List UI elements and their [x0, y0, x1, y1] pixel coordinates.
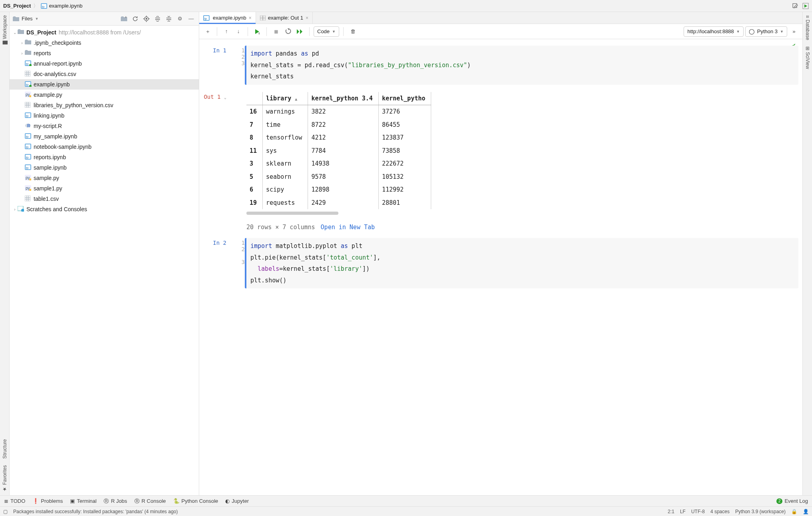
tree-item[interactable]: Rmy-script.R: [10, 121, 199, 131]
close-icon[interactable]: ×: [306, 15, 308, 21]
table-row[interactable]: 3sklearn14938222672: [246, 157, 431, 170]
sidebar-view-selector[interactable]: Files: [22, 16, 32, 22]
locate-button[interactable]: [142, 14, 151, 23]
breadcrumb-project[interactable]: DS_Project: [3, 3, 31, 9]
svg-rect-12: [25, 71, 30, 76]
lock-icon[interactable]: 🔒: [791, 509, 797, 514]
output-cell: Out 1 ⌄ library ▲kernel_python 3.4kernel…: [203, 92, 798, 231]
tree-item[interactable]: ipannual-report.ipynb: [10, 58, 199, 69]
status-message: Packages installed successfully: Install…: [13, 509, 178, 514]
tree-item[interactable]: ipmy_sample.ipynb: [10, 131, 199, 142]
tree-item[interactable]: pysample1.py: [10, 183, 199, 194]
svg-text:ip: ip: [42, 5, 45, 8]
file-encoding[interactable]: UTF-8: [691, 509, 705, 514]
interpreter-setting[interactable]: Python 3.9 (workspace): [735, 509, 786, 514]
code-cell[interactable]: In 1 123 import pandas as pdkernel_stats…: [203, 46, 798, 85]
tree-scratches[interactable]: ›Scratches and Consoles: [10, 204, 199, 214]
tree-item[interactable]: ipsample.ipynb: [10, 162, 199, 173]
tool-tab-structure[interactable]: Structure: [2, 439, 8, 459]
notebook-view[interactable]: ✔ In 1 123 import pandas as pdkernel_sta…: [199, 39, 802, 495]
tool-tab-database[interactable]: ≡Database: [805, 15, 810, 40]
delete-cell-button[interactable]: 🗑: [348, 26, 358, 37]
chevron-down-icon[interactable]: ▼: [35, 17, 38, 21]
run-target-icon[interactable]: [802, 3, 809, 9]
horizontal-scrollbar[interactable]: [246, 212, 338, 215]
table-row[interactable]: 19requests242928801: [246, 196, 431, 210]
interrupt-button[interactable]: ◼: [271, 26, 281, 37]
tree-item[interactable]: table1.csv: [10, 194, 199, 204]
move-up-button[interactable]: ↑: [221, 26, 232, 37]
cell-prompt-out: Out 1 ⌄: [203, 92, 230, 231]
run-all-button[interactable]: [295, 26, 305, 37]
tool-tab-jupyter[interactable]: ◐Jupyter: [225, 498, 249, 504]
table-row[interactable]: 6scipy12898112992: [246, 183, 431, 196]
kernel-select[interactable]: ◯Python 3▼: [745, 26, 787, 37]
tree-item[interactable]: ipexample.ipynb: [10, 79, 199, 90]
tool-tab-favorites[interactable]: ★Favorites: [2, 465, 8, 492]
tree-item[interactable]: ›reports: [10, 48, 199, 58]
svg-text:ip: ip: [26, 114, 29, 118]
code-editor[interactable]: import pandas as pdkernel_stats = pd.rea…: [245, 46, 798, 85]
tree-root[interactable]: ⌄DS_Projecthttp://localhost:8888 from /U…: [10, 27, 199, 38]
breadcrumb-file[interactable]: example.ipynb: [49, 3, 82, 9]
editor-tab[interactable]: example: Out 1×: [256, 12, 313, 24]
code-cell[interactable]: In 2 12 3 import matplotlib.pyplot as pl…: [203, 238, 798, 288]
tool-tab-rjobs[interactable]: ⓇR Jobs: [104, 498, 127, 505]
tree-item[interactable]: pyexample.py: [10, 90, 199, 100]
tree-item[interactable]: ipnotebook-sample.ipynb: [10, 142, 199, 152]
tree-item[interactable]: ›.ipynb_checkpoints: [10, 38, 199, 48]
event-log-button[interactable]: 2Event Log: [776, 498, 808, 504]
svg-text:ip: ip: [26, 135, 29, 138]
ide-settings-icon[interactable]: 👤: [803, 509, 809, 514]
tool-tab-todo[interactable]: ≣TODO: [4, 498, 25, 504]
expand-arrow-icon[interactable]: ›: [19, 41, 25, 45]
tool-tab-problems[interactable]: ❗Problems: [32, 498, 63, 504]
column-header[interactable]: kernel_pytho: [378, 92, 431, 105]
close-icon[interactable]: ×: [249, 15, 252, 21]
tree-item[interactable]: ipreports.ipynb: [10, 152, 199, 162]
tree-item[interactable]: iplinking.ipynb: [10, 110, 199, 121]
tree-item[interactable]: pysample.py: [10, 173, 199, 183]
settings-button[interactable]: ⚙: [176, 14, 184, 23]
column-header[interactable]: kernel_python 3.4: [308, 92, 379, 105]
edit-icon[interactable]: [792, 3, 798, 9]
indent-setting[interactable]: 4 spaces: [710, 509, 730, 514]
dataframe-table[interactable]: library ▲kernel_python 3.4kernel_pytho16…: [246, 92, 431, 210]
table-row[interactable]: 8tensorflow4212123837: [246, 131, 431, 144]
line-separator[interactable]: LF: [680, 509, 686, 514]
tool-tab-sciview[interactable]: ⊞SciView: [805, 46, 810, 69]
new-folder-button[interactable]: +: [120, 14, 128, 23]
column-header[interactable]: library ▲: [263, 92, 308, 105]
cell-type-select[interactable]: Code▼: [314, 26, 339, 37]
more-button[interactable]: »: [789, 26, 799, 37]
tool-tab-terminal[interactable]: ▣Terminal: [70, 498, 96, 504]
tool-tab-workspace[interactable]: ▇Workspace: [2, 15, 8, 44]
column-header[interactable]: [246, 92, 263, 105]
tool-tab-python-console[interactable]: 🐍Python Console: [173, 498, 218, 504]
expand-arrow-icon[interactable]: ›: [19, 51, 25, 56]
tool-windows-icon[interactable]: ▢: [3, 509, 8, 514]
tree-item[interactable]: libraries_by_python_version.csv: [10, 100, 199, 110]
move-down-button[interactable]: ↓: [233, 26, 244, 37]
chevron-down-icon: ▼: [780, 30, 784, 34]
table-row[interactable]: 7time872286455: [246, 118, 431, 132]
project-tree[interactable]: ⌄DS_Projecthttp://localhost:8888 from /U…: [10, 26, 199, 495]
chevron-down-icon[interactable]: ⌄: [224, 95, 226, 100]
add-cell-button[interactable]: ＋: [202, 26, 213, 37]
run-cell-button[interactable]: [252, 26, 262, 37]
editor-tab[interactable]: ipexample.ipynb×: [199, 12, 256, 24]
open-in-new-tab-link[interactable]: Open in New Tab: [321, 224, 375, 231]
server-select[interactable]: http://localhost:8888▼: [684, 26, 743, 37]
table-row[interactable]: 11sys778473858: [246, 144, 431, 158]
expand-all-button[interactable]: [153, 14, 162, 23]
code-editor[interactable]: import matplotlib.pyplot as pltplt.pie(k…: [245, 238, 798, 288]
collapse-all-button[interactable]: [164, 14, 173, 23]
caret-position[interactable]: 2:1: [668, 509, 674, 514]
tree-item[interactable]: doc-analytics.csv: [10, 69, 199, 79]
tool-tab-rconsole[interactable]: ⓇR Console: [134, 498, 166, 505]
table-row[interactable]: 16warnings382237276: [246, 105, 431, 118]
restart-button[interactable]: [283, 26, 293, 37]
table-row[interactable]: 5seaborn9578105132: [246, 170, 431, 184]
reload-button[interactable]: [131, 14, 140, 23]
hide-button[interactable]: —: [187, 14, 196, 23]
